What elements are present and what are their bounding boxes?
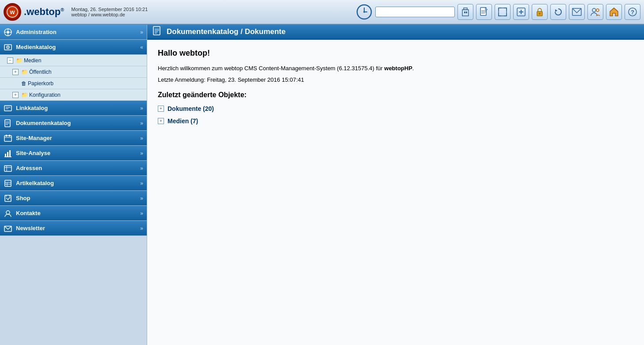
welcome-text-suffix: .	[412, 65, 414, 72]
logo-text: .webtop®	[24, 7, 64, 17]
artikelkatalog-icon	[4, 179, 12, 188]
svg-rect-47	[4, 136, 11, 141]
site-analyse-icon	[4, 149, 12, 158]
document-button[interactable]	[476, 4, 492, 20]
expandable-dokumente[interactable]: + Dokumente (20)	[158, 105, 633, 112]
tree-item-oeffentlich[interactable]: + 📁 Öffentlich	[0, 66, 147, 78]
expandable-medien[interactable]: + Medien (7)	[158, 118, 633, 125]
content-header-icon	[152, 26, 162, 38]
svg-point-25	[596, 9, 599, 11]
welcome-text-prefix: Herzlich willkommen zum webtop CMS Conte…	[158, 65, 384, 72]
datetime-line2: webtop / www.webtop.de	[71, 12, 148, 17]
users-button[interactable]	[587, 4, 603, 20]
recently-changed-title: Zuletzt geänderte Objekte:	[158, 91, 633, 99]
building-button[interactable]	[457, 4, 473, 20]
tree-medien-label: Medien	[24, 57, 41, 64]
sidebar-item-newsletter[interactable]: Newsletter »	[0, 221, 147, 236]
administration-icon	[4, 28, 12, 37]
datetime-line1: Montag, 26. September 2016 10:21	[71, 7, 148, 12]
logo-name: .webtop®	[24, 7, 64, 17]
fullscreen-button[interactable]	[495, 4, 511, 20]
tree-item-medien[interactable]: − 📁 Medien	[0, 55, 147, 66]
sidebar-item-adressen[interactable]: Adressen »	[0, 161, 147, 176]
kontakte-label: Kontakte	[16, 210, 140, 216]
newsletter-label: Newsletter	[16, 225, 140, 231]
svg-point-65	[6, 211, 10, 214]
sidebar-item-artikelkatalog[interactable]: Artikelkatalog »	[0, 176, 147, 191]
tree-folder-medien-icon: 📁	[16, 57, 23, 64]
topbar: w .webtop® Montag, 26. September 2016 10…	[0, 0, 644, 25]
sidebar-item-shop[interactable]: Shop »	[0, 191, 147, 206]
artikelkatalog-label: Artikelkatalog	[16, 180, 140, 186]
svg-rect-8	[464, 8, 467, 10]
medienkatalog-icon	[4, 43, 12, 52]
svg-rect-53	[9, 150, 11, 157]
svg-point-39	[8, 47, 8, 48]
kontakte-icon	[4, 209, 12, 218]
artikelkatalog-chevron: »	[140, 180, 143, 186]
svg-rect-49	[6, 135, 7, 136]
mail-button[interactable]	[569, 4, 585, 20]
svg-rect-58	[5, 180, 11, 186]
home-button[interactable]	[606, 4, 622, 20]
sidebar: Administration » Medienkatalog « − 📁	[0, 25, 147, 345]
dokumentenkatalog-icon	[4, 119, 12, 128]
search-input[interactable]	[375, 7, 455, 17]
medien-label: Medien (7)	[168, 118, 198, 125]
lock-button[interactable]	[532, 4, 548, 20]
content-body: Hallo webtop! Herzlich willkommen zum we…	[147, 40, 644, 345]
svg-marker-26	[610, 8, 618, 16]
help-button[interactable]: ?	[625, 4, 640, 20]
datetime-area: Montag, 26. September 2016 10:21 webtop …	[71, 7, 148, 17]
svg-point-24	[592, 8, 596, 12]
shop-icon	[4, 194, 12, 203]
svg-text:w: w	[10, 8, 15, 15]
welcome-text-bold: webtopHP	[384, 65, 412, 72]
adressen-icon	[4, 164, 12, 173]
medien-expand-box[interactable]: +	[158, 118, 164, 124]
site-manager-label: Site-Manager	[16, 135, 140, 141]
konfiguration-expand-btn[interactable]: +	[12, 92, 19, 98]
dokumente-label: Dokumente (20)	[168, 105, 214, 112]
sidebar-item-administration[interactable]: Administration »	[0, 25, 147, 40]
svg-rect-52	[7, 152, 8, 157]
medien-collapse-btn[interactable]: −	[7, 57, 13, 64]
sidebar-item-linkkatalog[interactable]: Linkkatalog »	[0, 101, 147, 116]
medienkatalog-section: Medienkatalog « − 📁 Medien + 📁 Öffentlic…	[0, 40, 147, 101]
svg-rect-51	[5, 154, 6, 157]
content-header: Dokumentenkatalog / Dokumente	[147, 25, 644, 40]
sidebar-item-medienkatalog[interactable]: Medienkatalog «	[0, 40, 147, 55]
site-manager-chevron: »	[140, 135, 143, 141]
svg-rect-50	[9, 135, 10, 136]
medienkatalog-label: Medienkatalog	[16, 44, 140, 50]
newsletter-chevron: »	[140, 225, 143, 231]
site-analyse-label: Site-Analyse	[16, 150, 140, 156]
oeffentlich-expand-btn[interactable]: +	[12, 69, 19, 75]
refresh-button[interactable]	[550, 4, 566, 20]
search-area: ?	[356, 4, 640, 20]
svg-marker-22	[555, 9, 557, 12]
logo-icon: w	[4, 3, 21, 21]
sidebar-item-site-analyse[interactable]: Site-Analyse »	[0, 146, 147, 161]
svg-text:?: ?	[631, 9, 634, 15]
svg-point-6	[363, 11, 365, 13]
tree-item-konfiguration[interactable]: + 📁 Konfiguration	[0, 89, 147, 101]
content-area: Dokumentenkatalog / Dokumente Hallo webt…	[147, 25, 644, 345]
sidebar-item-kontakte[interactable]: Kontakte »	[0, 206, 147, 221]
welcome-text: Herzlich willkommen zum webtop CMS Conte…	[158, 64, 633, 73]
dokumentenkatalog-label: Dokumentenkatalog	[16, 120, 140, 126]
administration-chevron: »	[140, 29, 143, 35]
tree-item-papierkorb[interactable]: 🗑 Papierkorb	[0, 78, 147, 89]
dokumente-expand-box[interactable]: +	[158, 106, 164, 112]
add-button[interactable]	[513, 4, 529, 20]
site-manager-icon	[4, 134, 12, 143]
sidebar-item-site-manager[interactable]: Site-Manager »	[0, 131, 147, 146]
newsletter-icon	[4, 224, 12, 233]
oeffentlich-label: Öffentlich	[29, 69, 51, 75]
sidebar-item-dokumentenkatalog[interactable]: Dokumentenkatalog »	[0, 116, 147, 131]
svg-rect-10	[466, 11, 467, 13]
shop-chevron: »	[140, 195, 143, 201]
konfiguration-label: Konfiguration	[29, 92, 61, 98]
last-login: Letzte Anmeldung: Freitag, 23. September…	[158, 76, 633, 83]
shop-label: Shop	[16, 195, 140, 201]
